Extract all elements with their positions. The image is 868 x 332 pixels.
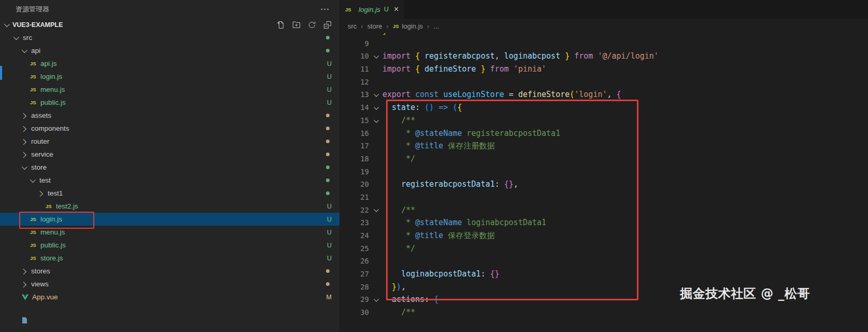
breadcrumb-item-store[interactable]: store	[367, 22, 382, 30]
explorer-sidebar: 资源管理器 ⋯ VUE3-EXAMPLE srcapiJSapi.jsUJSlo…	[0, 0, 339, 332]
js-file-icon: JS	[393, 23, 399, 29]
fold-chevron-icon[interactable]	[369, 114, 382, 127]
code-line: 25 */	[339, 242, 868, 255]
code-text: state: () => ({	[382, 101, 462, 114]
file-label: src	[23, 34, 32, 42]
fold-gutter	[369, 127, 382, 140]
code-line: 15 /**	[339, 114, 868, 127]
tree-item-src[interactable]: src	[0, 31, 339, 44]
line-number: 22	[339, 204, 369, 217]
tree-item-test1[interactable]: test1	[0, 187, 339, 200]
tree-item-App.vue[interactable]: App.vueM	[0, 290, 339, 303]
code-text: * @title 保存登录数据	[382, 229, 494, 242]
breadcrumb-item-...[interactable]: ...	[433, 22, 439, 30]
tree-item-login.js[interactable]: JSlogin.jsU	[0, 213, 339, 226]
file-label: service	[31, 150, 53, 158]
chevron-down-icon	[13, 34, 19, 39]
tree-item-menu.js[interactable]: JSmenu.jsU	[0, 83, 339, 96]
code-text: import { registerabcpost, loginabcpost }…	[382, 50, 659, 63]
line-number: 12	[339, 76, 369, 89]
editor-area: 8}910import { registerabcpost, loginabcp…	[339, 0, 868, 332]
line-number: 20	[339, 178, 369, 191]
close-icon[interactable]: ×	[394, 5, 399, 13]
code-line: 9	[339, 37, 868, 50]
fold-gutter	[369, 140, 382, 153]
code-line: 14 state: () => ({	[339, 101, 868, 114]
tree-item-test2.js[interactable]: JStest2.jsU	[0, 200, 339, 213]
fold-gutter	[369, 76, 382, 89]
tree-item-router[interactable]: router	[0, 135, 339, 148]
fold-chevron-icon[interactable]	[369, 293, 382, 306]
activity-bar-indicator	[0, 66, 2, 80]
breadcrumb: src›store›JSlogin.js›...	[339, 19, 868, 33]
tab-login-js[interactable]: JS login.js U ×	[339, 0, 404, 19]
git-status-badge: M	[326, 294, 332, 301]
file-tree: srcapiJSapi.jsUJSlogin.jsUJSmenu.jsUJSpu…	[0, 31, 339, 327]
new-folder-icon[interactable]	[292, 20, 301, 30]
code-text: * @title 保存注册数据	[382, 140, 494, 153]
tree-item-test[interactable]: test	[0, 174, 339, 187]
tree-item-login.js[interactable]: JSlogin.jsU	[0, 70, 339, 83]
file-label: assets	[31, 112, 51, 119]
file-label: stores	[31, 267, 50, 275]
tree-item-menu.js[interactable]: JSmenu.jsU	[0, 226, 339, 239]
code-line: 22 /**	[339, 204, 868, 217]
code-view[interactable]: 8}910import { registerabcpost, loginabcp…	[339, 24, 868, 319]
project-section-header[interactable]: VUE3-EXAMPLE	[0, 18, 339, 31]
tree-item-stores[interactable]: stores	[0, 265, 339, 278]
more-actions-icon[interactable]: ⋯	[320, 5, 329, 13]
chevron-right-icon	[21, 282, 26, 287]
file-label: api	[31, 47, 40, 54]
code-text: */	[382, 153, 415, 165]
breadcrumb-item-login.js[interactable]: JSlogin.js	[393, 22, 423, 30]
code-line: 10import { registerabcpost, loginabcpost…	[339, 50, 868, 63]
tree-item-components[interactable]: components	[0, 122, 339, 135]
fold-chevron-icon[interactable]	[369, 204, 382, 217]
file-label: router	[31, 137, 49, 145]
breadcrumb-item-src[interactable]: src	[348, 22, 357, 30]
explorer-title: 资源管理器	[16, 5, 49, 14]
tree-item-store.js[interactable]: JSstore.jsU	[0, 252, 339, 265]
git-dot-badge	[326, 153, 330, 156]
chevron-down-icon	[22, 163, 27, 169]
breadcrumb-label: store	[367, 22, 382, 30]
tree-item-assets[interactable]: assets	[0, 109, 339, 122]
file-label: App.vue	[32, 293, 58, 301]
chevron-down-icon	[4, 21, 10, 26]
line-number: 21	[339, 191, 369, 204]
git-status-badge: U	[327, 99, 332, 106]
refresh-icon[interactable]	[307, 20, 317, 30]
chevron-down-icon	[374, 117, 379, 122]
collapse-all-icon[interactable]	[323, 20, 332, 30]
tree-item-service[interactable]: service	[0, 148, 339, 161]
tree-item-store[interactable]: store	[0, 161, 339, 174]
fold-chevron-icon[interactable]	[369, 50, 382, 63]
file-label: test2.js	[56, 202, 78, 210]
git-status-badge: U	[327, 216, 332, 223]
code-text: }),	[382, 281, 406, 294]
watermark: 掘金技术社区 @ _松哥	[680, 285, 810, 302]
fold-gutter	[369, 229, 382, 242]
fold-chevron-icon[interactable]	[369, 101, 382, 114]
tab-label: login.js	[359, 6, 380, 13]
tree-item-api[interactable]: api	[0, 44, 339, 57]
code-line: 11import { defineStore } from 'pinia'	[339, 63, 868, 76]
line-number: 11	[339, 63, 369, 76]
code-line: 27 loginabcpostData1: {}	[339, 268, 868, 281]
fold-chevron-icon[interactable]	[369, 88, 382, 101]
git-status-badge: U	[327, 255, 332, 262]
chevron-right-icon	[21, 113, 26, 119]
tree-item-public.js[interactable]: JSpublic.jsU	[0, 239, 339, 252]
breadcrumb-label: src	[348, 22, 357, 30]
tree-item-api.js[interactable]: JSapi.jsU	[0, 57, 339, 70]
chevron-right-icon	[21, 139, 26, 145]
tree-item-views[interactable]: views	[0, 278, 339, 290]
code-line: 12	[339, 76, 868, 89]
explorer-header: 资源管理器 ⋯	[0, 0, 339, 18]
explorer-actions	[276, 20, 339, 30]
tree-item-public.js[interactable]: JSpublic.jsU	[0, 96, 339, 109]
code-line: 17 * @title 保存注册数据	[339, 140, 868, 153]
new-file-icon[interactable]	[276, 20, 286, 30]
tree-item-clipped[interactable]	[0, 314, 339, 327]
file-label: test1	[48, 189, 63, 197]
